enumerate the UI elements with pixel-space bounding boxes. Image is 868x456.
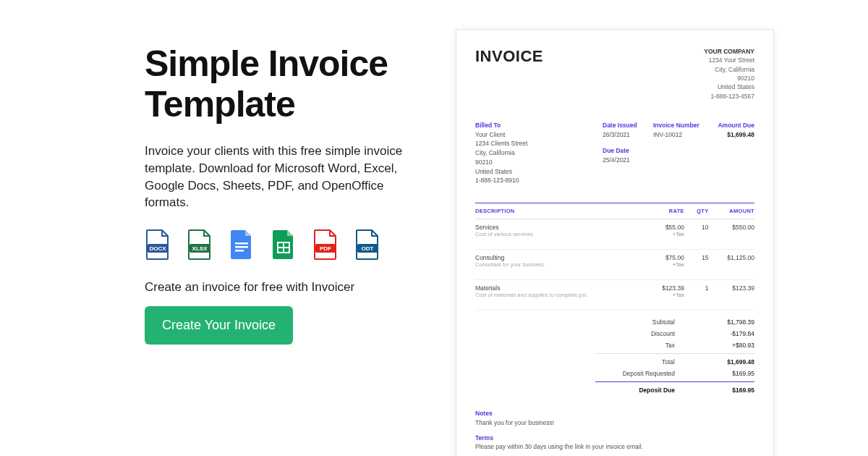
amount-due-label: Amount Due <box>704 121 754 130</box>
dates-block: Date Issued 26/3/2021 Due Date 25/4/2021 <box>603 121 653 185</box>
item-name: Services <box>475 224 645 231</box>
deposit-due-label: Deposit Due <box>595 387 675 394</box>
item-note: Consultant for your business. <box>475 261 645 268</box>
pdf-icon[interactable]: PDF <box>312 229 339 260</box>
terms-label: Terms <box>475 434 754 443</box>
notes-label: Notes <box>475 409 754 418</box>
page-title: Simple Invoice Template <box>145 43 412 124</box>
item-rate: $55.00 <box>651 224 684 231</box>
subtotal-label: Subtotal <box>595 318 675 326</box>
company-block: YOUR COMPANY 1234 Your Street City, Cali… <box>704 47 754 101</box>
item-tax: +Tax <box>651 292 684 298</box>
item-amount: $123.39 <box>709 280 754 300</box>
table-row: ConsultingConsultant for your business. … <box>475 250 754 270</box>
client-city: City, California <box>475 148 603 158</box>
docx-icon[interactable]: DOCX <box>145 229 171 260</box>
item-qty: 10 <box>684 219 709 240</box>
due-date-value: 25/4/2021 <box>603 156 653 165</box>
discount-label: Discount <box>595 330 675 337</box>
invoice-preview: INVOICE YOUR COMPANY 1234 Your Street Ci… <box>456 29 774 456</box>
date-issued-value: 26/3/2021 <box>603 130 653 140</box>
notes-text: Thank you for your business! <box>475 418 754 428</box>
svg-rect-4 <box>235 242 248 245</box>
google-docs-icon[interactable] <box>229 229 255 260</box>
xlsx-icon[interactable]: XLSX <box>187 229 213 260</box>
invoice-heading: INVOICE <box>475 47 543 66</box>
company-name: YOUR COMPANY <box>704 47 754 56</box>
client-phone: 1-888-123-8910 <box>475 176 603 185</box>
date-issued-label: Date Issued <box>603 121 653 130</box>
item-amount: $1,125.00 <box>709 250 754 270</box>
table-row: MaterialsCost of materials and supplies … <box>475 280 754 300</box>
company-zip: 90210 <box>704 74 754 83</box>
deposit-due-value: $169.95 <box>704 387 754 394</box>
company-city: City, California <box>704 65 754 74</box>
company-phone: 1-888-123-4567 <box>704 92 754 101</box>
total-label: Total <box>595 358 675 366</box>
item-rate: $75.00 <box>651 254 684 261</box>
invoice-number-label: Invoice Number <box>653 121 704 130</box>
subtotal-value: $1,798.39 <box>704 318 754 326</box>
hero-column: Simple Invoice Template Invoice your cli… <box>145 29 412 345</box>
billed-to-label: Billed To <box>475 121 603 130</box>
create-invoice-button[interactable]: Create Your Invoice <box>145 306 293 345</box>
client-street: 1234 Clients Street <box>475 139 603 148</box>
terms-text: Please pay within 30 days using the link… <box>475 442 754 452</box>
col-description: DESCRIPTION <box>475 203 645 219</box>
billed-to-block: Billed To Your Client 1234 Clients Stree… <box>475 121 603 185</box>
svg-rect-6 <box>235 250 244 252</box>
totals-block: Subtotal$1,798.39 Discount-$179.84 Tax+$… <box>595 316 754 396</box>
tax-label: Tax <box>595 342 675 349</box>
svg-text:DOCX: DOCX <box>149 245 166 252</box>
svg-text:PDF: PDF <box>320 245 331 252</box>
odt-icon[interactable]: ODT <box>354 229 380 260</box>
amount-due-block: Amount Due $1,699.48 <box>704 121 754 185</box>
client-name: Your Client <box>475 130 603 140</box>
item-note: Cost of materials and supplies to comple… <box>475 292 645 298</box>
item-amount: $550.00 <box>709 219 754 240</box>
svg-text:XLSX: XLSX <box>192 245 208 252</box>
table-row: ServicesCost of various services. $55.00… <box>475 219 754 240</box>
discount-value: -$179.84 <box>704 330 754 337</box>
item-qty: 15 <box>684 250 709 270</box>
item-qty: 1 <box>684 280 709 300</box>
due-date-label: Due Date <box>603 146 653 156</box>
tax-value: +$80.93 <box>704 342 754 349</box>
svg-rect-5 <box>235 246 248 248</box>
invoice-number-block: Invoice Number INV-10012 <box>653 121 704 185</box>
google-sheets-icon[interactable] <box>271 229 297 260</box>
col-rate: RATE <box>645 203 684 219</box>
client-zip: 90210 <box>475 158 603 167</box>
total-value: $1,699.48 <box>704 358 754 366</box>
item-name: Consulting <box>475 254 645 261</box>
item-rate: $123.39 <box>651 284 684 292</box>
svg-text:ODT: ODT <box>362 245 374 252</box>
notes-block: Notes Thank you for your business! Terms… <box>475 409 754 452</box>
deposit-req-value: $169.95 <box>704 370 754 377</box>
item-note: Cost of various services. <box>475 231 645 237</box>
company-country: United States <box>704 83 754 91</box>
client-country: United States <box>475 167 603 177</box>
amount-due-value: $1,699.48 <box>704 130 754 140</box>
invoice-number-value: INV-10012 <box>653 130 704 140</box>
caption: Create an invoice for free with Invoicer <box>145 280 412 295</box>
item-tax: +Tax <box>651 231 684 237</box>
company-street: 1234 Your Street <box>704 56 754 64</box>
col-qty: QTY <box>684 203 709 219</box>
item-tax: +Tax <box>651 261 684 268</box>
col-amount: AMOUNT <box>709 203 754 219</box>
filetype-row: DOCX XLSX PDF ODT <box>145 229 412 260</box>
item-name: Materials <box>475 284 645 292</box>
page-subtitle: Invoice your clients with this free simp… <box>145 143 412 211</box>
deposit-req-label: Deposit Requested <box>595 370 675 377</box>
line-items-table: DESCRIPTION RATE QTY AMOUNT ServicesCost… <box>475 203 754 311</box>
